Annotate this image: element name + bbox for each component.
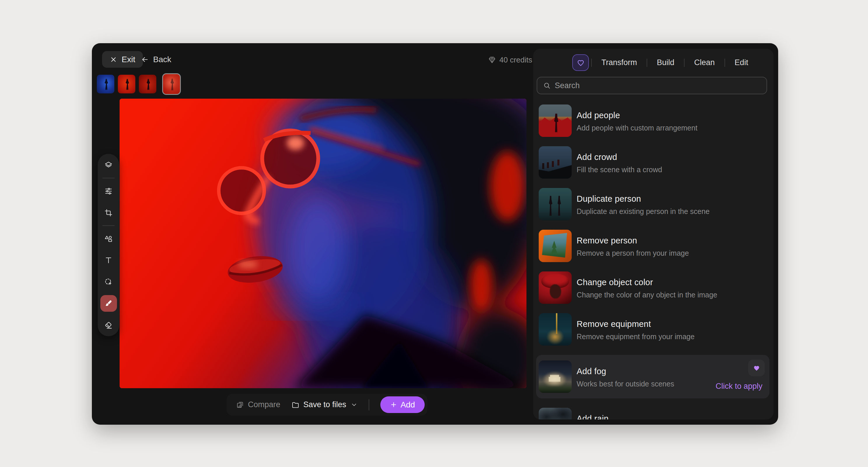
tool-subtitle: Works best for outside scenes bbox=[577, 380, 674, 388]
tool-row-remove-equipment[interactable]: Remove equipmentRemove equipment from yo… bbox=[536, 313, 769, 346]
exit-button[interactable]: Exit bbox=[102, 51, 143, 68]
heart-filled-icon bbox=[753, 364, 761, 372]
crop-icon bbox=[104, 208, 113, 217]
arrow-left-icon bbox=[141, 55, 149, 64]
credits-badge: 40 credits bbox=[488, 55, 532, 65]
footer-divider bbox=[369, 399, 369, 410]
editor-window: Exit Back 40 credits bbox=[92, 43, 778, 425]
tool-brush-button[interactable] bbox=[100, 295, 117, 312]
shapes-icon bbox=[104, 234, 113, 243]
tool-adjustments-button[interactable] bbox=[100, 183, 117, 199]
add-button[interactable]: Add bbox=[380, 397, 425, 413]
tool-row-add-people[interactable]: Add peopleAdd people with custom arrange… bbox=[536, 105, 769, 137]
compare-button[interactable]: Compare bbox=[236, 400, 280, 409]
panel-tabs: TransformBuildCleanEdit bbox=[591, 54, 768, 71]
add-fog-thumbnail bbox=[539, 360, 572, 393]
save-to-files-button[interactable]: Save to files bbox=[291, 400, 358, 409]
add-rain-thumbnail bbox=[539, 408, 572, 419]
filmstrip-thumb-frame-3[interactable] bbox=[139, 75, 156, 93]
filmstrip-thumb-frame-1[interactable] bbox=[97, 75, 114, 93]
close-icon bbox=[110, 56, 117, 63]
tool-title: Remove equipment bbox=[577, 319, 694, 329]
tool-subtitle: Remove equipment from your image bbox=[577, 332, 694, 341]
heart-icon bbox=[577, 59, 585, 67]
tool-row-text: Remove equipmentRemove equipment from yo… bbox=[577, 313, 694, 341]
tool-title: Add rain bbox=[577, 414, 609, 419]
layers-icon bbox=[104, 161, 113, 170]
tool-select-button[interactable] bbox=[100, 273, 117, 290]
toolbar-divider bbox=[102, 225, 115, 226]
sliders-icon bbox=[104, 187, 113, 196]
favorite-button[interactable] bbox=[748, 359, 765, 376]
add-people-thumbnail bbox=[539, 105, 572, 137]
exit-label: Exit bbox=[122, 55, 135, 64]
save-label: Save to files bbox=[303, 400, 346, 409]
chevron-down-icon[interactable] bbox=[350, 401, 358, 408]
tool-row-text: Add fogWorks best for outside scenes bbox=[577, 360, 674, 388]
tool-subtitle: Fill the scene with a crowd bbox=[577, 166, 662, 174]
tool-subtitle: Duplicate an existing person in the scen… bbox=[577, 207, 710, 216]
tool-subtitle: Remove a person from your image bbox=[577, 249, 689, 257]
tab-edit[interactable]: Edit bbox=[725, 58, 758, 67]
credits-label: 40 credits bbox=[499, 55, 532, 64]
search-input[interactable] bbox=[555, 81, 761, 90]
tool-row-add-rain[interactable]: Add rain bbox=[536, 408, 769, 419]
tab-transform[interactable]: Transform bbox=[592, 58, 647, 67]
plus-icon bbox=[390, 401, 397, 408]
tool-title: Remove person bbox=[577, 236, 689, 245]
back-label: Back bbox=[153, 55, 171, 64]
eraser-icon bbox=[104, 321, 113, 329]
tools-sidebar bbox=[98, 154, 119, 336]
tool-title: Add fog bbox=[577, 367, 674, 376]
tool-row-text: Add crowdFill the scene with a crowd bbox=[577, 146, 662, 174]
back-button[interactable]: Back bbox=[141, 51, 171, 68]
tool-title: Add crowd bbox=[577, 152, 662, 162]
duplicate-person-thumbnail bbox=[539, 188, 572, 221]
tool-shapes-button[interactable] bbox=[100, 230, 117, 247]
click-to-apply-link[interactable]: Click to apply bbox=[715, 382, 763, 391]
tool-row-text: Add rain bbox=[577, 408, 609, 419]
tool-crop-button[interactable] bbox=[100, 204, 117, 221]
search-icon bbox=[543, 82, 551, 89]
folder-icon bbox=[291, 401, 300, 409]
tab-build[interactable]: Build bbox=[647, 58, 684, 67]
filmstrip-thumb-frame-4-selected[interactable] bbox=[162, 73, 181, 95]
text-icon bbox=[104, 256, 113, 265]
tool-title: Add people bbox=[577, 111, 698, 120]
search-box[interactable] bbox=[537, 77, 767, 94]
tool-row-remove-person[interactable]: Remove personRemove a person from your i… bbox=[536, 230, 769, 262]
filmstrip-thumb-frame-2[interactable] bbox=[118, 75, 135, 93]
brush-icon bbox=[104, 299, 113, 308]
gem-icon bbox=[488, 56, 496, 64]
tool-row-text: Remove personRemove a person from your i… bbox=[577, 230, 689, 257]
filmstrip bbox=[97, 72, 181, 96]
tool-subtitle: Add people with custom arrangement bbox=[577, 124, 698, 132]
tool-row-text: Add peopleAdd people with custom arrange… bbox=[577, 105, 698, 132]
tools-panel: TransformBuildCleanEdit Add peopleAdd pe… bbox=[533, 49, 774, 419]
tool-title: Change object color bbox=[577, 278, 717, 287]
tool-row-add-fog[interactable]: Add fogWorks best for outside scenesClic… bbox=[536, 355, 769, 399]
tab-clean[interactable]: Clean bbox=[685, 58, 724, 67]
tool-eraser-button[interactable] bbox=[100, 317, 117, 333]
tab-favorites[interactable] bbox=[572, 54, 589, 71]
tool-row-change-object-color[interactable]: Change object colorChange the color of a… bbox=[536, 271, 769, 304]
canvas-action-bar: Compare Save to files Add bbox=[227, 394, 427, 416]
portrait-artwork bbox=[120, 99, 526, 388]
lasso-select-icon bbox=[104, 278, 113, 286]
tool-row-text: Duplicate personDuplicate an existing pe… bbox=[577, 188, 710, 216]
image-canvas[interactable] bbox=[120, 99, 526, 388]
change-object-color-thumbnail bbox=[539, 271, 572, 304]
toolbar-divider bbox=[102, 178, 115, 178]
tool-row-duplicate-person[interactable]: Duplicate personDuplicate an existing pe… bbox=[536, 188, 769, 221]
add-crowd-thumbnail bbox=[539, 146, 572, 179]
tool-subtitle: Change the color of any object in the im… bbox=[577, 291, 717, 299]
compare-icon bbox=[236, 401, 244, 409]
tool-text-button[interactable] bbox=[100, 252, 117, 268]
tool-row-text: Change object colorChange the color of a… bbox=[577, 271, 717, 299]
tool-layers-button[interactable] bbox=[100, 157, 117, 173]
compare-label: Compare bbox=[248, 400, 280, 409]
tool-row-add-crowd[interactable]: Add crowdFill the scene with a crowd bbox=[536, 146, 769, 179]
tool-title: Duplicate person bbox=[577, 194, 710, 204]
remove-person-thumbnail bbox=[539, 230, 572, 262]
add-label: Add bbox=[400, 400, 415, 409]
